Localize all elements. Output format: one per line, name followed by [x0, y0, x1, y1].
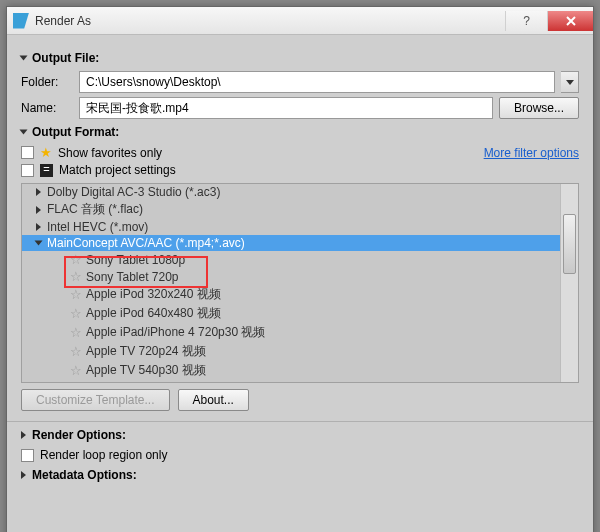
triangle-icon: [20, 56, 28, 61]
render-loop-checkbox[interactable]: [21, 449, 34, 462]
triangle-icon: [21, 471, 26, 479]
folder-input[interactable]: C:\Users\snowy\Desktop\: [79, 71, 555, 93]
list-item[interactable]: Intel HEVC (*.mov): [22, 219, 578, 235]
preset-item[interactable]: ☆Sony Tablet 1080p: [22, 251, 578, 268]
output-file-header[interactable]: Output File:: [21, 51, 579, 65]
folder-label: Folder:: [21, 75, 73, 89]
close-button[interactable]: [547, 11, 593, 31]
triangle-icon: [20, 130, 28, 135]
about-button[interactable]: About...: [178, 389, 249, 411]
list-item-selected[interactable]: MainConcept AVC/AAC (*.mp4;*.avc): [22, 235, 578, 251]
preset-item[interactable]: ☆Apple iPad/iPhone 4 720p30 视频: [22, 323, 578, 342]
output-format-header[interactable]: Output Format:: [21, 125, 579, 139]
browse-button[interactable]: Browse...: [499, 97, 579, 119]
titlebar[interactable]: Render As: [7, 7, 593, 35]
show-favorites-checkbox[interactable]: [21, 146, 34, 159]
equals-icon: =: [40, 164, 53, 177]
render-options-header[interactable]: Render Options:: [21, 428, 579, 442]
app-icon: [13, 13, 29, 29]
show-favorites-label: Show favorites only: [58, 146, 162, 160]
window-title: Render As: [35, 14, 505, 28]
folder-dropdown-button[interactable]: [561, 71, 579, 93]
preset-item[interactable]: ☆Apple iPod 640x480 视频: [22, 304, 578, 323]
customize-template-button: Customize Template...: [21, 389, 170, 411]
metadata-options-header[interactable]: Metadata Options:: [21, 468, 579, 482]
preset-item[interactable]: ☆Internet HD 1080p: [22, 380, 578, 383]
more-filter-link[interactable]: More filter options: [484, 146, 579, 160]
format-list[interactable]: Dolby Digital AC-3 Studio (*.ac3) FLAC 音…: [21, 183, 579, 383]
list-item[interactable]: Dolby Digital AC-3 Studio (*.ac3): [22, 184, 578, 200]
help-button[interactable]: [505, 11, 547, 31]
list-item[interactable]: FLAC 音频 (*.flac): [22, 200, 578, 219]
preset-item[interactable]: ☆Apple TV 540p30 视频: [22, 361, 578, 380]
triangle-icon: [21, 431, 26, 439]
scrollbar-thumb[interactable]: [563, 214, 576, 274]
preset-item[interactable]: ☆Apple iPod 320x240 视频: [22, 285, 578, 304]
match-project-label: Match project settings: [59, 163, 176, 177]
scrollbar[interactable]: [560, 184, 578, 382]
match-project-checkbox[interactable]: [21, 164, 34, 177]
star-icon: ★: [40, 145, 52, 160]
preset-item[interactable]: ☆Sony Tablet 720p: [22, 268, 578, 285]
name-label: Name:: [21, 101, 73, 115]
name-input[interactable]: [79, 97, 493, 119]
render-as-dialog: Render As Output File: Folder: C:\Users\…: [6, 6, 594, 532]
render-loop-label: Render loop region only: [40, 448, 167, 462]
preset-item[interactable]: ☆Apple TV 720p24 视频: [22, 342, 578, 361]
